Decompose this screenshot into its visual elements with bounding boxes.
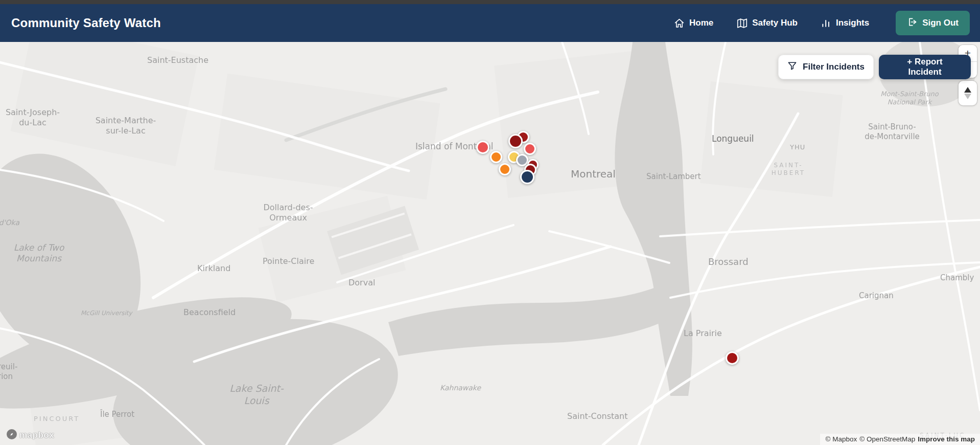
nav-item-insights[interactable]: Insights xyxy=(821,18,869,28)
nav-item-home[interactable]: Home xyxy=(674,18,713,29)
filter-incidents-button[interactable]: Filter Incidents xyxy=(778,55,874,79)
home-icon xyxy=(674,18,685,29)
app-window: Community Safety Watch Home Safety Hub I… xyxy=(0,0,980,445)
nav-label: Insights xyxy=(836,18,869,28)
map-attribution: © Mapbox © OpenStreetMap Improve this ma… xyxy=(820,434,980,445)
map-icon xyxy=(737,18,748,29)
nav-label: Home xyxy=(689,18,713,28)
incident-marker[interactable] xyxy=(520,170,534,184)
incident-marker[interactable] xyxy=(499,163,511,175)
bar-chart-icon xyxy=(821,18,831,28)
mapbox-attribution-link[interactable]: © Mapbox xyxy=(825,435,857,443)
osm-attribution-link[interactable]: © OpenStreetMap xyxy=(859,435,915,443)
app-title: Community Safety Watch xyxy=(11,16,161,30)
map-base-art xyxy=(0,42,980,445)
header-nav: Home Safety Hub Insights Sign Out xyxy=(674,11,970,35)
mapbox-wordmark: mapbox xyxy=(19,430,54,440)
sign-out-button[interactable]: Sign Out xyxy=(896,11,970,35)
nav-label: Safety Hub xyxy=(752,18,798,28)
app-header: Community Safety Watch Home Safety Hub I… xyxy=(0,4,980,42)
incident-marker[interactable] xyxy=(508,134,523,148)
window-chrome-strip xyxy=(0,0,980,4)
incident-marker[interactable] xyxy=(726,351,739,365)
incident-marker[interactable] xyxy=(524,143,536,155)
map-compass-control[interactable] xyxy=(959,81,977,105)
log-out-icon xyxy=(907,17,917,30)
filter-incidents-label: Filter Incidents xyxy=(803,62,865,72)
mapbox-logo[interactable]: mapbox xyxy=(6,429,54,442)
funnel-icon xyxy=(787,61,797,73)
compass-icon xyxy=(964,87,971,99)
map-canvas[interactable]: Saint-EustacheSaint-Joseph- du-LacSainte… xyxy=(0,42,980,445)
mapbox-compass-icon xyxy=(6,429,17,442)
incident-marker[interactable] xyxy=(490,151,502,163)
nav-item-safety-hub[interactable]: Safety Hub xyxy=(737,18,798,29)
report-incident-label: + Report Incident xyxy=(890,57,960,77)
incident-marker[interactable] xyxy=(476,141,489,154)
improve-map-link[interactable]: Improve this map xyxy=(918,435,975,443)
report-incident-button[interactable]: + Report Incident xyxy=(879,55,971,79)
sign-out-label: Sign Out xyxy=(922,18,959,28)
